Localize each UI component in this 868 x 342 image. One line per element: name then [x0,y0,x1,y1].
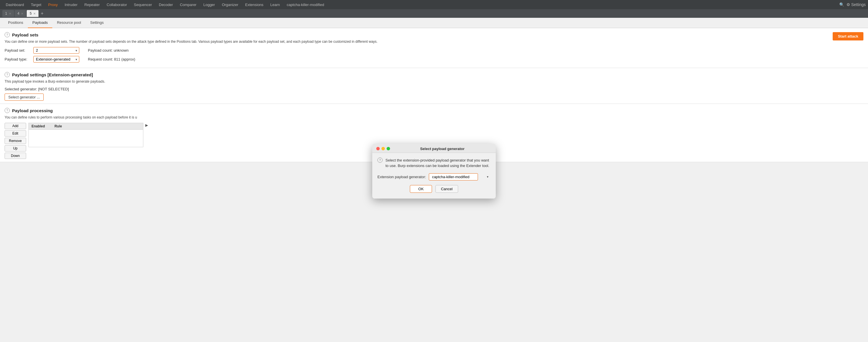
nav-target[interactable]: Target [28,0,45,9]
payload-type-label: Payload type: [5,57,30,61]
main-content: ? Payload sets You can define one or mor… [0,28,868,162]
tab-5[interactable]: 5 ✕ [27,10,38,17]
payload-set-row: Payload set: 2 1 Payload count: unknown [5,47,833,54]
dialog-desc-text: Select the extension-provided payload ge… [385,158,491,162]
col-enabled: Enabled [29,123,52,129]
nav-collaborator[interactable]: Collaborator [103,0,130,9]
payload-sets-desc: You can define one or more payload sets.… [5,39,833,44]
dialog-body: ? Select the extension-provided payload … [372,153,496,162]
payload-type-select[interactable]: Extension-generated Simple list Runtime … [33,56,79,63]
dialog-titlebar: Select payload generator [372,144,496,153]
payload-settings-header: ? Payload settings [Extension-generated] [5,72,863,77]
payload-processing-desc: You can define rules to perform various … [5,115,863,120]
nav-repeater[interactable]: Repeater [81,0,103,9]
payload-set-select-wrapper: 2 1 [33,47,79,54]
payload-settings-desc: This payload type invokes a Burp extensi… [5,79,863,84]
payload-settings-section: ? Payload settings [Extension-generated]… [0,68,868,104]
selected-generator-label: Selected generator: [NOT SELECTED] [5,87,863,91]
payload-set-select[interactable]: 2 1 [33,47,79,54]
payload-sets-help-icon[interactable]: ? [5,32,10,37]
payload-count-text: Payload count: unknown [88,48,129,53]
payload-processing-help-icon[interactable]: ? [5,108,10,113]
processing-buttons: Add Edit Remove Up Down [5,123,26,159]
nav-right: 🔍 ⚙ Settings [839,2,866,7]
nav-extensions[interactable]: Extensions [242,0,267,9]
select-generator-button[interactable]: Select generator ... [5,94,44,101]
nav-sequencer[interactable]: Sequencer [130,0,155,9]
traffic-light-close[interactable] [376,147,380,150]
nav-proxy[interactable]: Proxy [45,0,61,9]
nav-dashboard[interactable]: Dashboard [2,0,28,9]
search-icon[interactable]: 🔍 [839,2,844,7]
tab-4[interactable]: 4 ✕ [14,10,26,17]
dialog-description: ? Select the extension-provided payload … [377,158,491,162]
payload-set-label: Payload set: [5,48,30,53]
processing-table-body [29,130,143,147]
subtab-settings[interactable]: Settings [86,18,108,28]
top-nav: Dashboard Target Proxy Intruder Repeater… [0,0,868,9]
tabs-bar: 1 ✕ 4 ✕ 5 ✕ + [0,9,868,18]
tab-5-close[interactable]: ✕ [33,12,36,15]
add-rule-button[interactable]: Add [5,123,26,129]
request-count-text: Request count: 811 (approx) [88,57,135,61]
nav-learn[interactable]: Learn [267,0,283,9]
dialog-title: Select payload generator [393,147,492,151]
nav-decoder[interactable]: Decoder [155,0,176,9]
subtab-payloads[interactable]: Payloads [28,18,52,28]
start-attack-button[interactable]: Start attack [833,32,863,40]
up-rule-button[interactable]: Up [5,145,26,151]
payload-processing-title: Payload processing [12,108,53,113]
select-payload-generator-dialog: Select payload generator ? Select the ex… [372,144,496,162]
add-tab-button[interactable]: + [39,11,45,16]
traffic-light-minimize[interactable] [381,147,385,150]
settings-icon[interactable]: ⚙ Settings [846,2,866,7]
payload-settings-help-icon[interactable]: ? [5,72,10,77]
payload-type-select-wrapper: Extension-generated Simple list Runtime … [33,56,79,63]
nav-intruder[interactable]: Intruder [61,0,81,9]
payload-settings-title: Payload settings [Extension-generated] [12,72,93,77]
payload-sets-header: ? Payload sets [5,32,833,37]
arrow-indicator: ► [145,123,149,128]
sub-tabs: Positions Payloads Resource pool Setting… [0,18,868,28]
tab-4-close[interactable]: ✕ [21,12,23,15]
dialog-help-icon: ? [377,158,382,162]
subtab-positions[interactable]: Positions [3,18,28,28]
down-rule-button[interactable]: Down [5,152,26,159]
nav-organizer[interactable]: Organizer [218,0,242,9]
tab-1[interactable]: 1 ✕ [2,10,14,17]
traffic-lights [376,147,390,150]
traffic-light-maximize[interactable] [386,147,390,150]
payload-type-row: Payload type: Extension-generated Simple… [5,56,833,63]
subtab-resource-pool[interactable]: Resource pool [52,18,86,28]
payload-sets-section: ? Payload sets You can define one or mor… [0,28,868,68]
nav-comparer[interactable]: Comparer [176,0,200,9]
remove-rule-button[interactable]: Remove [5,138,26,144]
processing-table: Enabled Rule [28,123,143,147]
nav-captcha[interactable]: captcha-killer-modified [283,0,328,9]
payload-processing-header: ? Payload processing [5,108,863,113]
payload-sets-title: Payload sets [12,32,38,37]
nav-logger[interactable]: Logger [200,0,218,9]
col-rule: Rule [52,123,143,129]
processing-table-header: Enabled Rule [29,123,143,130]
tab-1-close[interactable]: ✕ [9,12,11,15]
edit-rule-button[interactable]: Edit [5,130,26,137]
